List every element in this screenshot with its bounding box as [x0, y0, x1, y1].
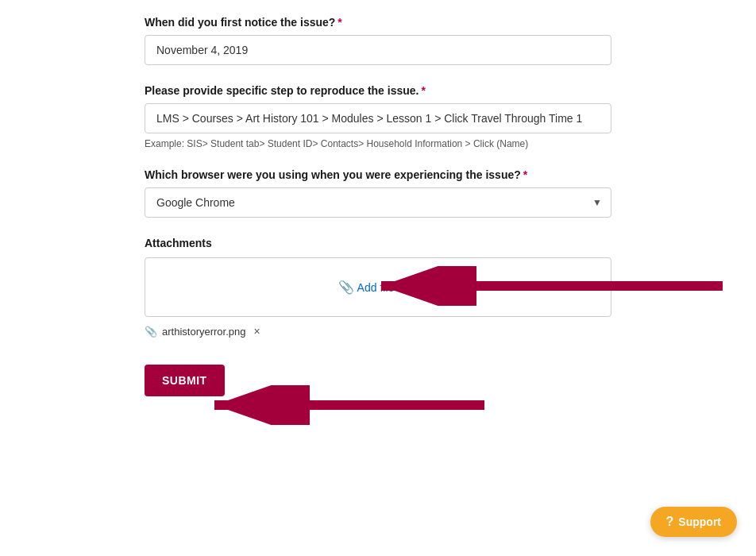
support-button[interactable]: ? Support	[650, 507, 737, 537]
date-required-star: *	[338, 16, 341, 29]
browser-required-star: *	[523, 168, 527, 181]
browser-label: Which browser were you using when you we…	[145, 168, 611, 181]
paperclip-icon: 📎	[338, 280, 354, 295]
support-question-icon: ?	[666, 515, 674, 529]
or-text: or d	[399, 281, 418, 294]
steps-label: Please provide specific step to reproduc…	[145, 84, 611, 97]
steps-hint: Example: SIS> Student tab> Student ID> C…	[145, 138, 611, 149]
attached-file-row: 📎 arthistoryerror.png ×	[145, 325, 611, 338]
support-button-label: Support	[678, 515, 721, 528]
steps-input[interactable]	[145, 103, 611, 133]
remove-file-button[interactable]: ×	[254, 325, 260, 338]
attached-file-icon: 📎	[145, 326, 157, 338]
attached-file-name: arthistoryerror.png	[162, 326, 246, 338]
add-file-area[interactable]: 📎 Add file or d	[338, 280, 418, 295]
submit-button[interactable]: SUBMIT	[145, 365, 225, 396]
date-input[interactable]	[145, 35, 611, 65]
submit-arrow-annotation	[206, 385, 484, 425]
browser-label-text: Which browser were you using when you we…	[145, 168, 521, 181]
date-field-group: When did you first notice the issue?*	[145, 16, 611, 65]
steps-field-group: Please provide specific step to reproduc…	[145, 84, 611, 149]
attachments-dropzone[interactable]: 📎 Add file or d	[145, 257, 611, 317]
date-label: When did you first notice the issue?*	[145, 16, 611, 29]
browser-field-group: Which browser were you using when you we…	[145, 168, 611, 218]
steps-required-star: *	[421, 84, 425, 97]
browser-select[interactable]: Google Chrome Firefox Safari Edge Intern…	[145, 187, 611, 218]
add-file-text[interactable]: Add file	[357, 281, 395, 294]
browser-select-wrapper: Google Chrome Firefox Safari Edge Intern…	[145, 187, 611, 218]
attachments-group: Attachments 📎 Add file or d 📎 arthistory…	[145, 237, 611, 338]
submit-button-label: SUBMIT	[162, 374, 207, 387]
steps-label-text: Please provide specific step to reproduc…	[145, 84, 418, 97]
date-label-text: When did you first notice the issue?	[145, 16, 335, 29]
attachments-label: Attachments	[145, 237, 611, 249]
